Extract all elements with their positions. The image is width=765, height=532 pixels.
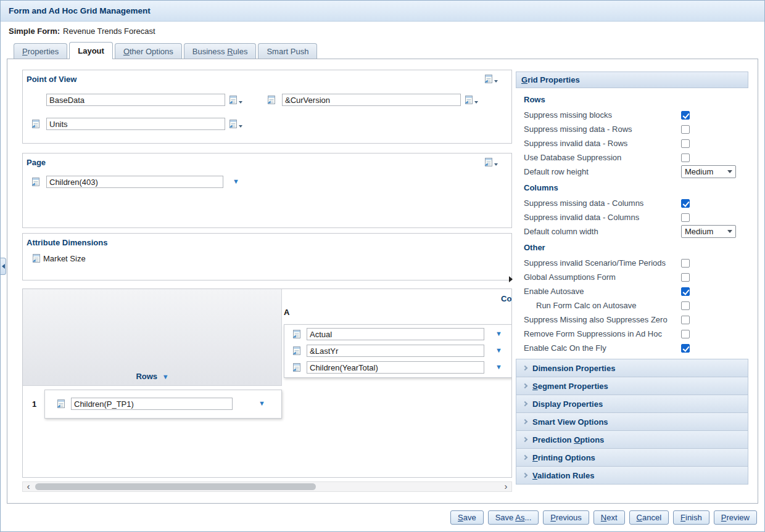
member-selector-button[interactable]: [228, 95, 242, 105]
enable-autosave-checkbox[interactable]: [681, 287, 690, 296]
page-title-label: Page: [27, 158, 46, 167]
scroll-right-arrow[interactable]: ›: [502, 482, 510, 491]
finish-button[interactable]: Finish: [673, 510, 709, 525]
prop-row: Suppress invalid data - Columns: [516, 210, 748, 224]
pov-member-input[interactable]: [282, 94, 461, 106]
chevron-down-icon: [494, 163, 498, 166]
pov-actions-button[interactable]: [484, 74, 498, 84]
scrollbar-thumb[interactable]: [35, 483, 316, 490]
form-name: Revenue Trends Forecast: [63, 27, 155, 36]
button-label: Finish: [680, 513, 702, 522]
attribute-dimensions-title: Attribute Dimensions: [27, 238, 107, 247]
use-database-suppression-checkbox[interactable]: [681, 153, 690, 162]
attribute-dimension-item[interactable]: Market Size: [31, 253, 86, 263]
cancel-button[interactable]: Cancel: [629, 510, 669, 525]
suppress-invalid-data-columns-checkbox[interactable]: [681, 213, 690, 222]
tab-smart-push[interactable]: Smart Push: [258, 43, 317, 59]
prop-row: Suppress missing data - Rows: [516, 122, 748, 136]
dimension-icon[interactable]: [31, 177, 41, 187]
section-printing-options[interactable]: Printing Options: [516, 448, 748, 467]
dropdown-arrow-icon[interactable]: ▼: [495, 330, 502, 337]
columns-axis-header[interactable]: Columns: [501, 294, 512, 303]
dropdown-arrow-icon[interactable]: ▼: [495, 347, 502, 354]
prop-label: Default row height: [524, 167, 681, 176]
dimension-icon[interactable]: [31, 119, 41, 129]
dimension-icon[interactable]: [292, 362, 302, 372]
dropdown-arrow-icon[interactable]: ▼: [258, 400, 265, 407]
section-display-properties[interactable]: Display Properties: [516, 395, 748, 413]
scroll-left-arrow[interactable]: ‹: [24, 482, 33, 491]
remove-form-suppressions-in-ad-hoc-checkbox[interactable]: [681, 330, 690, 338]
prop-label: Use Database Suppression: [524, 153, 681, 162]
dimension-icon[interactable]: [292, 346, 302, 356]
column-member-input[interactable]: [307, 328, 484, 340]
row-members-card: ▼: [44, 390, 282, 419]
form-subtitle: Simple Form: Revenue Trends Forecast: [1, 22, 764, 40]
enable-calc-on-the-fly-checkbox[interactable]: [681, 344, 690, 353]
prop-row: Suppress invalid data - Rows: [516, 136, 748, 150]
save-button[interactable]: Save: [450, 510, 484, 525]
prop-row: Suppress invalid Scenario/Time Periods: [516, 256, 748, 270]
member-selector-button[interactable]: [464, 95, 478, 105]
chevron-down-icon: [474, 101, 478, 104]
horizontal-scrollbar[interactable]: ‹ ›: [22, 481, 512, 492]
global-assumptions-form-checkbox[interactable]: [681, 273, 690, 282]
select-value: Medium: [685, 227, 713, 236]
tab-other-options[interactable]: Other Options: [115, 43, 182, 59]
dropdown-arrow-icon[interactable]: ▼: [233, 178, 239, 185]
section-smart-view-options[interactable]: Smart View Options: [516, 412, 748, 431]
button-label: Next: [601, 513, 618, 522]
suppress-invalid-data-rows-checkbox[interactable]: [681, 139, 690, 148]
prop-label: Suppress missing data - Columns: [524, 198, 681, 208]
save-as-button[interactable]: Save As...: [488, 510, 539, 525]
grid-properties-header[interactable]: Grid Properties: [516, 72, 748, 88]
splitter-collapse-right-button[interactable]: [509, 276, 513, 282]
preview-button[interactable]: Preview: [714, 510, 757, 525]
prop-label: Suppress invalid Scenario/Time Periods: [524, 258, 681, 268]
suppress-missing-also-suppresses-zero-checkbox[interactable]: [681, 316, 690, 324]
next-button[interactable]: Next: [593, 510, 625, 525]
previous-button[interactable]: Previous: [543, 510, 589, 525]
dimension-icon[interactable]: [292, 329, 302, 339]
row-member-input[interactable]: [71, 398, 233, 410]
rows-axis-header[interactable]: Rows ▼: [23, 372, 282, 381]
dimension-icon[interactable]: [267, 95, 276, 105]
tab-label: Other Options: [123, 47, 173, 56]
member-selector-icon: [228, 95, 238, 105]
chevron-down-icon: [494, 80, 498, 83]
suppress-missing-data-rows-checkbox[interactable]: [681, 125, 690, 134]
grid-designer: Rows ▼ Columns A ▼ ▼ ▼ 1 ▼: [22, 289, 512, 478]
tab-label: Business Rules: [192, 47, 248, 56]
member-selector-button[interactable]: [228, 119, 242, 129]
tab-layout[interactable]: Layout: [69, 42, 113, 59]
section-prediction-options[interactable]: Prediction Options: [516, 430, 748, 449]
section-segment-properties[interactable]: Segment Properties: [516, 377, 748, 395]
run-form-calc-on-autosave-checkbox[interactable]: [681, 301, 690, 310]
dimension-icon[interactable]: [56, 399, 66, 409]
grid-properties-title: Grid Properties: [521, 75, 580, 84]
splitter-collapse-left-button[interactable]: [1, 258, 6, 275]
default-row-height-select[interactable]: Medium: [681, 165, 736, 178]
pov-member-input[interactable]: [46, 94, 225, 106]
prop-row: Suppress missing data - Columns: [516, 196, 748, 210]
page-member-input[interactable]: [46, 176, 223, 188]
page-actions-button[interactable]: [484, 157, 498, 167]
prop-label: Suppress Missing also Suppresses Zero: [524, 315, 681, 324]
chevron-down-icon: [239, 125, 242, 128]
chevron-right-icon: [523, 401, 527, 406]
section-dimension-properties[interactable]: Dimension Properties: [516, 359, 748, 377]
section-validation-rules[interactable]: Validation Rules: [516, 466, 748, 485]
tab-label: Properties: [22, 47, 59, 56]
tab-business-rules[interactable]: Business Rules: [184, 43, 257, 59]
column-member-input[interactable]: [307, 361, 484, 374]
suppress-missing-blocks-checkbox[interactable]: [681, 111, 690, 120]
dropdown-arrow-icon[interactable]: ▼: [495, 364, 502, 370]
suppress-invalid-scenario-time-periods-checkbox[interactable]: [681, 259, 690, 268]
column-member-input[interactable]: [307, 345, 484, 357]
suppress-missing-data-columns-checkbox[interactable]: [681, 199, 690, 208]
pov-member-input[interactable]: [46, 118, 225, 130]
chevron-right-icon: [523, 473, 527, 478]
default-column-width-select[interactable]: Medium: [681, 225, 736, 238]
prop-label: Enable Calc On the Fly: [524, 343, 681, 353]
tab-properties[interactable]: Properties: [14, 43, 67, 59]
